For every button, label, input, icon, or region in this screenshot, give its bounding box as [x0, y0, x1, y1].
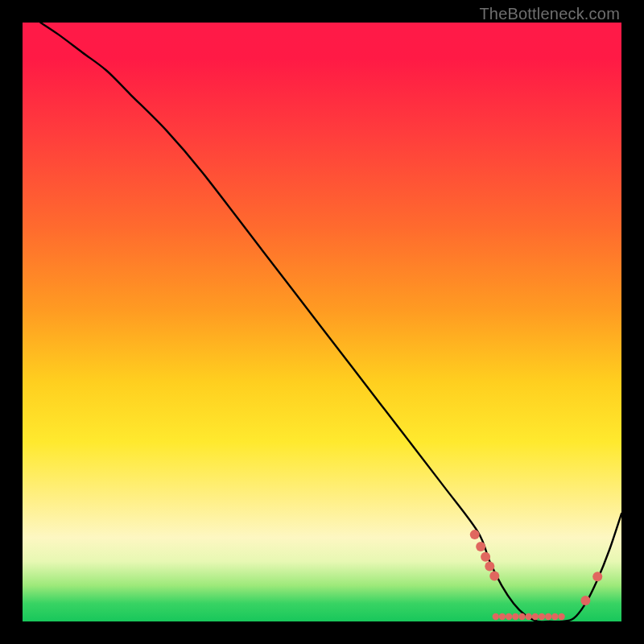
chart-marker-dot	[532, 613, 539, 620]
chart-marker-dot	[512, 613, 518, 620]
chart-marker-dot	[518, 613, 525, 620]
chart-marker-dot	[485, 562, 494, 572]
chart-marker-dot	[481, 552, 490, 562]
chart-marker-dot	[489, 571, 499, 580]
watermark-label: TheBottleneck.com	[479, 5, 620, 23]
chart-marker-dot	[506, 613, 512, 620]
chart-marker-dot	[493, 613, 499, 620]
chart-curve	[40, 23, 621, 621]
chart-marker-dot	[551, 613, 558, 620]
chart-marker-dot	[580, 596, 590, 605]
chart-marker-dot	[525, 613, 531, 620]
chart-marker-dot	[558, 613, 564, 620]
chart-marker-dot	[545, 613, 551, 620]
chart-marker-dot	[592, 572, 602, 581]
chart-marker-dot	[499, 613, 506, 620]
chart-svg	[23, 23, 621, 621]
chart-marker-dot	[539, 613, 545, 620]
chart-frame: TheBottleneck.com	[0, 0, 644, 644]
chart-plot-area	[23, 23, 621, 621]
chart-marker-dot	[470, 530, 480, 539]
chart-marker-dot	[476, 542, 485, 551]
